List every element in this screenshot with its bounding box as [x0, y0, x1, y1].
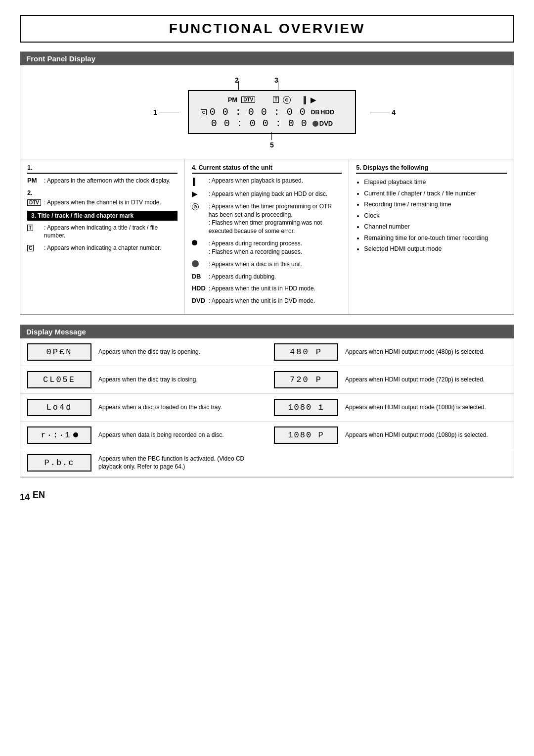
list-item-elapsed: Elapsed playback time [364, 177, 507, 188]
screen-720p: 720 P [274, 371, 338, 388]
col3-list: Elapsed playback time Current title / ch… [356, 177, 507, 255]
pause-item: ‖ : Appears when playback is paused. [192, 177, 342, 186]
timer-indicator: ⊙ [283, 96, 291, 104]
dtv-icon: DTV [27, 198, 41, 206]
footer: 14 EN [20, 487, 514, 503]
rec-dot [73, 432, 78, 437]
list-item-recording: Recording time / remaining time [364, 199, 507, 210]
db-icon: DB [192, 273, 206, 280]
720p-display: 720 P [290, 375, 322, 384]
dtv-desc: : Appears when the channel is in DTV mod… [44, 198, 178, 207]
msg-load: Lo4d Appears when a disc is loaded on th… [20, 394, 267, 422]
dvd-item: DVD : Appears when the unit is in DVD mo… [192, 297, 342, 305]
1080p-text: Appears when HDMI output mode (1080p) is… [345, 431, 488, 439]
dvd-group: DVD [312, 120, 333, 127]
rec-text: Appears when data is being recorded on a… [98, 431, 224, 439]
play-item: ▶ : Appears when playing back an HDD or … [192, 190, 342, 198]
chapter-indicator: C [201, 109, 207, 115]
open-text: Appears when the disc tray is opening. [98, 348, 200, 356]
play-desc: : Appears when playing back an HDD or di… [209, 190, 342, 198]
segment-display-top: 0 0 : 0 0 : 0 0 [210, 106, 306, 118]
hdd-label: HDD [320, 108, 334, 116]
close-text: Appears when the disc tray is closing. [98, 376, 198, 384]
timer-desc: : Appears when the timer programming or … [209, 202, 342, 236]
msg-720p: 720 P Appears when HDMI output mode (720… [267, 366, 514, 394]
screen-pbc: P.b.c [27, 454, 91, 472]
page-lang: EN [33, 490, 45, 500]
segment-display-bottom: 0 0 : 0 0 : 0 0 [211, 118, 308, 129]
screen-480p: 480 P [274, 343, 338, 361]
rec-text-part: r·:·1 [41, 430, 71, 440]
display-digits-top: C 0 0 : 0 0 : 0 0 DB HDD [210, 106, 335, 118]
page-number: 14 [20, 492, 30, 503]
timer-item: ⊙ : Appears when the timer programming o… [192, 202, 342, 236]
480p-display: 480 P [290, 347, 322, 357]
front-panel-section: Front Panel Display 2 3 1 4 [20, 51, 514, 315]
close-display: CL05E [43, 375, 76, 384]
list-item-hdmi: Selected HDMI output mode [364, 243, 507, 255]
msg-close: CL05E Appears when the disc tray is clos… [20, 366, 267, 394]
msg-empty [267, 449, 514, 477]
1080p-display: 1080 P [288, 430, 324, 440]
front-panel-header: Front Panel Display [20, 52, 514, 65]
chapter-desc: : Appears when indicating a chapter numb… [44, 244, 178, 252]
1080i-text: Appears when HDMI output mode (1080i) is… [345, 403, 486, 412]
dtv-item: DTV : Appears when the channel is in DTV… [27, 198, 178, 207]
dtv-indicator: DTV [241, 96, 255, 103]
pm-icon: PM [27, 177, 41, 184]
page-title: FUNCTIONAL OVERVIEW [20, 15, 514, 43]
open-display: 0P£N [46, 347, 73, 357]
chapter-icon: C [27, 244, 41, 251]
screen-rec: r·:·1 [27, 426, 91, 444]
arrow-3 [278, 81, 278, 90]
title-track-desc: : Appears when indicating a title / trac… [44, 224, 178, 240]
db-item: DB : Appears during dubbing. [192, 273, 342, 281]
screen-close: CL05E [27, 371, 91, 388]
pm-desc: : Appears in the afternoon with the cloc… [44, 177, 178, 185]
title-indicator: T [273, 96, 279, 103]
display-message-section: Display Message 0P£N Appears when the di… [20, 325, 514, 477]
record-icon [192, 239, 206, 247]
pm-indicator: PM [228, 96, 238, 103]
callout-5: 5 [270, 132, 274, 149]
list-item-title: Current title / chapter / track / file n… [364, 188, 507, 199]
disc-desc: : Appears when a disc is in this unit. [209, 260, 342, 269]
display-box: PM DTV T ⊙ ‖ ▶ C 0 0 : 0 0 : 0 0 DB [188, 90, 356, 134]
load-text: Appears when a disc is loaded on the dis… [98, 403, 222, 412]
play-indicator: ▶ [311, 96, 316, 104]
list-item-clock: Clock [364, 210, 507, 222]
title-track-item: T : Appears when indicating a title / tr… [27, 224, 178, 240]
col2-header: 4. Current status of the unit [192, 164, 342, 174]
screen-load: Lo4d [27, 399, 91, 416]
msg-pbc: P.b.c Appears when the PBC function is a… [20, 449, 267, 477]
record-desc: : Appears during recording process.: Fla… [209, 239, 342, 256]
rec-display: r·:·1 [41, 430, 78, 440]
db-label: DB [311, 109, 319, 116]
arrow-2 [238, 81, 239, 90]
list-item-remaining: Remaining time for one-touch timer recor… [364, 233, 507, 244]
pm-item: PM : Appears in the afternoon with the c… [27, 177, 178, 185]
pbc-text: Appears when the PBC function is activat… [98, 455, 260, 472]
message-grid: 0P£N Appears when the disc tray is openi… [20, 338, 514, 477]
pbc-display: P.b.c [44, 458, 74, 468]
screen-open: 0P£N [27, 343, 91, 361]
screen-1080i: 1080 i [274, 399, 338, 416]
timer-icon: ⊙ [192, 202, 206, 210]
desc-col-3: 5. Displays the following Elapsed playba… [349, 159, 514, 314]
db-desc: : Appears during dubbing. [209, 273, 342, 281]
pause-indicator: ‖ [303, 95, 307, 104]
callout-1: 1 [153, 108, 179, 116]
col1-bold-header: 3. Title / track / file and chapter mark [27, 211, 178, 221]
dvd-icon: DVD [192, 297, 206, 304]
pause-desc: : Appears when playback is paused. [209, 177, 342, 185]
screen-1080p: 1080 P [274, 426, 338, 444]
callout-4: 4 [370, 108, 396, 116]
load-display: Lo4d [46, 403, 73, 412]
msg-480p: 480 P Appears when HDMI output mode (480… [267, 338, 514, 366]
720p-text: Appears when HDMI output mode (720p) is … [345, 376, 485, 384]
disc-item: : Appears when a disc is in this unit. [192, 260, 342, 269]
480p-text: Appears when HDMI output mode (480p) is … [345, 348, 485, 356]
col1-header: 1. [27, 164, 178, 174]
msg-1080i: 1080 i Appears when HDMI output mode (10… [267, 394, 514, 422]
hdd-item: HDD : Appears when the unit is in HDD mo… [192, 284, 342, 293]
